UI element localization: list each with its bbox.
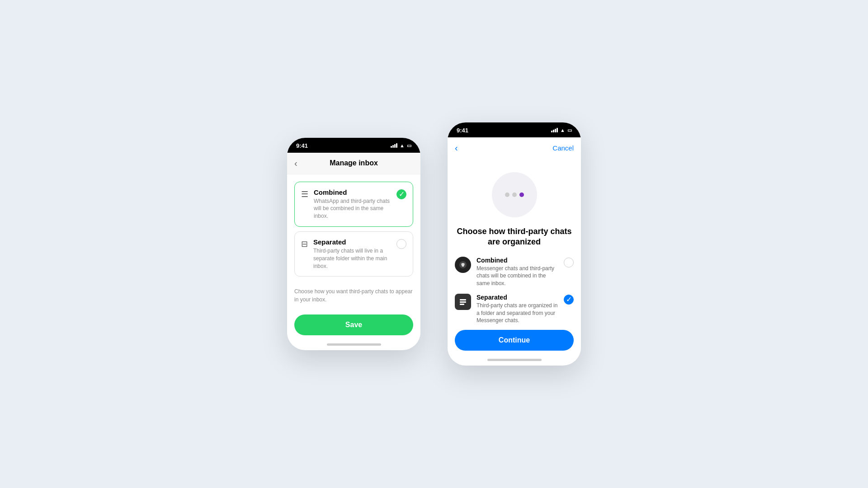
signal-bars-2 xyxy=(551,128,558,132)
combined-icon: ☰ xyxy=(301,189,308,199)
messenger-separated-radio: ✓ xyxy=(564,295,574,305)
dot-1 xyxy=(505,192,509,197)
svg-rect-2 xyxy=(460,301,466,303)
dot-2 xyxy=(512,192,517,197)
separated-check xyxy=(396,239,406,249)
chat-illustration xyxy=(448,159,581,226)
signal-bars-1 xyxy=(391,143,397,148)
status-icons-1: ▲ ▭ xyxy=(391,143,411,149)
dot-3 xyxy=(519,192,524,197)
chat-bubble-dots xyxy=(505,192,524,197)
separated-desc: Third-party chats will live in a separat… xyxy=(313,247,391,270)
wifi-icon-1: ▲ xyxy=(400,143,405,148)
messenger-combined-desc: Messenger chats and third-party chats wi… xyxy=(476,265,558,287)
separated-option-card[interactable]: ⊟ Separated Third-party chats will live … xyxy=(294,231,413,277)
options-container-1: ☰ Combined WhatsApp and third-party chat… xyxy=(287,174,420,284)
battery-icon-1: ▭ xyxy=(407,143,411,149)
messenger-combined-title: Combined xyxy=(476,257,558,264)
back-button-2[interactable]: ‹ xyxy=(455,143,458,153)
page-title-1: Manage inbox xyxy=(330,159,378,167)
choose-title: Choose how third-party chats are organiz… xyxy=(448,226,581,257)
status-time-1: 9:41 xyxy=(296,142,308,149)
combined-title: Combined xyxy=(314,188,391,196)
separated-title: Separated xyxy=(313,238,391,246)
svg-rect-1 xyxy=(460,299,466,300)
battery-icon-2: ▭ xyxy=(567,127,572,133)
combined-desc: WhatsApp and third-party chats will be c… xyxy=(314,197,391,220)
status-bar-2: 9:41 ▲ ▭ xyxy=(448,122,581,137)
combined-check: ✓ xyxy=(396,189,406,199)
cancel-button[interactable]: Cancel xyxy=(552,144,574,152)
messenger-combined-text: Combined Messenger chats and third-party… xyxy=(476,257,558,287)
continue-button[interactable]: Continue xyxy=(455,330,574,351)
messenger-phone: 9:41 ▲ ▭ ‹ Cancel xyxy=(448,122,581,366)
save-button[interactable]: Save xyxy=(294,314,413,335)
phone1-content: ‹ Manage inbox ☰ Combined WhatsApp and t… xyxy=(287,153,420,346)
nav-bar-2: ‹ Cancel xyxy=(448,137,581,159)
separated-icon: ⊟ xyxy=(301,239,308,249)
home-indicator-2 xyxy=(487,359,542,361)
messenger-separated-title: Separated xyxy=(476,294,558,301)
whatsapp-phone: 9:41 ▲ ▭ ‹ Manage inbox ☰ Combined Whats… xyxy=(287,138,420,351)
status-time-2: 9:41 xyxy=(457,127,468,134)
messenger-separated-icon xyxy=(455,294,471,310)
messenger-options: Combined Messenger chats and third-party… xyxy=(448,257,581,325)
svg-rect-3 xyxy=(460,304,464,305)
messenger-separated-text: Separated Third-party chats are organize… xyxy=(476,294,558,324)
messenger-combined-icon xyxy=(455,257,471,273)
nav-bar-1: ‹ Manage inbox xyxy=(287,153,420,174)
messenger-separated-desc: Third-party chats are organized in a fol… xyxy=(476,302,558,324)
hint-text-1: Choose how you want third-party chats to… xyxy=(287,284,420,311)
messenger-combined-radio xyxy=(564,258,574,267)
wifi-icon-2: ▲ xyxy=(560,127,565,133)
separated-option-text: Separated Third-party chats will live in… xyxy=(313,238,391,270)
chat-bubble xyxy=(492,172,537,217)
home-indicator-1 xyxy=(327,343,381,346)
back-button-1[interactable]: ‹ xyxy=(294,158,297,169)
messenger-combined-option[interactable]: Combined Messenger chats and third-party… xyxy=(455,257,574,287)
status-icons-2: ▲ ▭ xyxy=(551,127,572,133)
combined-option-text: Combined WhatsApp and third-party chats … xyxy=(314,188,391,220)
phone2-content: ‹ Cancel Choose how third-party chats ar… xyxy=(448,137,581,361)
messenger-separated-option[interactable]: Separated Third-party chats are organize… xyxy=(455,294,574,324)
combined-option-card[interactable]: ☰ Combined WhatsApp and third-party chat… xyxy=(294,182,413,227)
status-bar-1: 9:41 ▲ ▭ xyxy=(287,138,420,153)
